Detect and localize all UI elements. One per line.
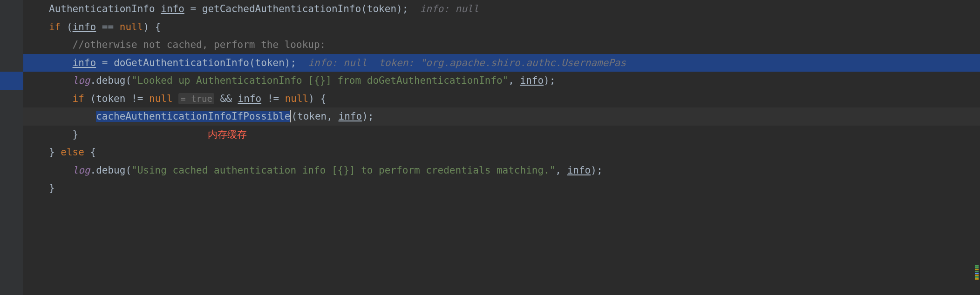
field-log: log	[73, 75, 90, 86]
variable-info: info	[238, 93, 262, 104]
code-line-current[interactable]: cacheAuthenticationInfoIfPossible(token,…	[23, 107, 980, 126]
code-line[interactable]: log.debug("Looked up AuthenticationInfo …	[23, 72, 980, 90]
punct: );	[591, 165, 602, 176]
method-call: doGetAuthenticationInfo	[114, 57, 249, 68]
keyword-null: null	[149, 93, 173, 104]
marker-warning[interactable]	[975, 278, 979, 280]
code-line[interactable]: if (token != null = true && info != null…	[23, 90, 980, 108]
variable-token: token	[96, 93, 125, 104]
text-cursor	[290, 110, 291, 122]
punct: );	[285, 57, 296, 68]
code-line[interactable]: AuthenticationInfo info = getCachedAuthe…	[23, 0, 980, 18]
code-line[interactable]: log.debug("Using cached authentication i…	[23, 161, 980, 180]
keyword-if: if	[49, 21, 61, 33]
punct: );	[544, 75, 555, 86]
punct: (	[361, 3, 367, 14]
marker-info[interactable]	[975, 273, 979, 274]
punct: (	[125, 75, 131, 86]
punct: ) {	[308, 93, 326, 104]
punct-brace: }	[73, 129, 79, 140]
keyword-null: null	[285, 93, 309, 104]
string-literal: "Looked up AuthenticationInfo [{}] from …	[131, 75, 508, 86]
field-log: log	[73, 165, 90, 176]
marker-ok[interactable]	[975, 276, 979, 278]
punct: (	[249, 57, 255, 68]
debug-hint-token: token: "org.apache.shiro.authc.UsernameP…	[379, 57, 626, 68]
punct: (	[125, 165, 131, 176]
marker-ok[interactable]	[975, 265, 979, 267]
code-line[interactable]: } 内存缓存	[23, 126, 980, 144]
marker-ok[interactable]	[975, 267, 979, 268]
punct: );	[396, 3, 408, 14]
punct: ,	[555, 165, 567, 176]
punct: &&	[220, 93, 232, 104]
type-name: AuthenticationInfo	[49, 3, 155, 14]
marker-warning[interactable]	[975, 269, 979, 270]
punct: =	[190, 3, 196, 14]
variable-info: info	[73, 57, 96, 68]
punct: ==	[102, 21, 114, 33]
punct: .	[90, 165, 96, 176]
punct: !=	[131, 93, 143, 104]
punct-brace: }	[49, 182, 55, 194]
variable-info: info	[567, 165, 591, 176]
punct-brace: }	[49, 147, 55, 158]
code-line[interactable]: }	[23, 179, 980, 197]
punct: .	[90, 75, 96, 86]
marker-ok[interactable]	[975, 271, 979, 272]
variable-info: info	[73, 21, 96, 33]
code-editor[interactable]: AuthenticationInfo info = getCachedAuthe…	[23, 0, 980, 295]
debug-hint: info: null	[420, 3, 479, 14]
editor-gutter[interactable]	[0, 0, 23, 295]
variable-info: info	[161, 3, 184, 14]
variable-token: token	[255, 57, 285, 68]
inlay-hint: = true	[178, 93, 214, 104]
code-line[interactable]: //otherwise not cached, perform the look…	[23, 36, 980, 54]
method-debug: debug	[96, 75, 125, 86]
punct: (	[67, 21, 73, 33]
punct: !=	[267, 93, 279, 104]
punct: =	[102, 57, 108, 68]
gutter-highlight	[0, 72, 23, 90]
string-literal: "Using cached authentication info [{}] t…	[131, 165, 555, 176]
variable-info: info	[520, 75, 544, 86]
selected-text: cacheAuthenticationInfoIfPossible	[96, 111, 290, 122]
comment: //otherwise not cached, perform the look…	[73, 39, 326, 50]
punct: ,	[508, 75, 520, 86]
code-line-highlighted[interactable]: info = doGetAuthenticationInfo(token); i…	[23, 54, 980, 72]
variable-token: token	[367, 3, 396, 14]
annotation-text: 内存缓存	[208, 129, 247, 140]
variable-info: info	[339, 111, 362, 122]
method-debug: debug	[96, 165, 125, 176]
punct: {	[90, 147, 96, 158]
keyword-if: if	[73, 93, 84, 104]
keyword-null: null	[120, 21, 143, 33]
punct: ) {	[143, 21, 161, 33]
punct: (	[90, 93, 96, 104]
punct: ,	[327, 111, 338, 122]
error-stripe[interactable]	[973, 265, 980, 293]
marker-warning[interactable]	[975, 275, 979, 276]
code-line[interactable]: } else {	[23, 143, 980, 161]
punct: );	[362, 111, 374, 122]
punct: (	[291, 111, 297, 122]
keyword-else: else	[61, 147, 84, 158]
method-call: getCachedAuthenticationInfo	[202, 3, 361, 14]
code-line[interactable]: if (info == null) {	[23, 18, 980, 36]
debug-hint-info: info: null	[308, 57, 367, 68]
variable-token: token	[297, 111, 327, 122]
